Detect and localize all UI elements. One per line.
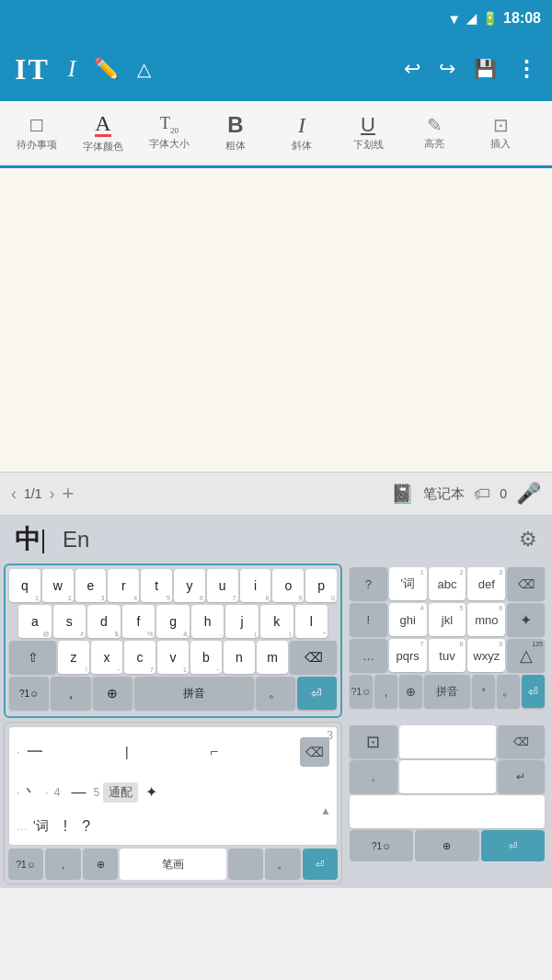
key-e[interactable]: e3 [75, 569, 107, 602]
prev-page-button[interactable]: ‹ [11, 484, 17, 504]
text-style-italic[interactable]: I [68, 55, 76, 83]
key-q[interactable]: q1 [9, 569, 40, 602]
key-t[interactable]: t5 [141, 569, 172, 602]
key-r[interactable]: r4 [108, 569, 139, 602]
key-m[interactable]: m [257, 641, 288, 674]
stroke-bihuan[interactable]: 笔画 [120, 849, 225, 880]
key-globe[interactable]: ⊕ [93, 677, 132, 710]
format-insert[interactable]: ⊡ 插入 [467, 106, 534, 161]
format-fontcolor[interactable]: A 字体颜色 [70, 106, 136, 161]
key-o[interactable]: o9 [272, 569, 304, 602]
key-l[interactable]: l* [295, 605, 328, 638]
rkey-up[interactable]: 125△ [507, 639, 545, 672]
format-todo[interactable]: □ 待办事项 [4, 106, 70, 161]
key-h[interactable]: h- [191, 605, 224, 638]
rkey-pinyin[interactable]: 拼音 [424, 675, 470, 708]
key-pinyin[interactable]: 拼音 [134, 677, 254, 710]
stroke-del[interactable]: ⌫ [300, 737, 329, 767]
more-icon[interactable]: ⋮ [515, 56, 537, 82]
notebook-label[interactable]: 笔记本 [423, 485, 465, 503]
key-k[interactable]: k) [260, 605, 293, 638]
rkey-period2[interactable]: 。 [497, 675, 520, 708]
t9-globe2[interactable]: ⊕ [415, 830, 478, 861]
t9-del2[interactable]: ⌫ [498, 725, 546, 758]
key-g[interactable]: g& [156, 605, 190, 638]
key-f[interactable]: f% [122, 605, 155, 638]
rkey-globe2[interactable]: ⊕ [399, 675, 422, 708]
stroke-enter[interactable]: ⏎ [303, 849, 338, 880]
key-b[interactable]: b~ [190, 641, 222, 674]
stroke-8[interactable] [228, 849, 263, 880]
key-a[interactable]: a@ [18, 605, 52, 638]
format-bold[interactable]: B 粗体 [202, 106, 269, 161]
format-highlight[interactable]: ✎ 高亮 [401, 106, 467, 161]
mic-icon[interactable]: 🎤 [516, 482, 541, 506]
key-i[interactable]: i8 [240, 569, 271, 602]
rkey-?[interactable]: ? [350, 567, 387, 600]
undo-icon[interactable]: ↩ [404, 57, 420, 81]
key-u[interactable]: u7 [207, 569, 238, 602]
key-n[interactable]: n [224, 641, 255, 674]
key-s[interactable]: s# [53, 605, 86, 638]
t9-enter2[interactable]: ⏎ [481, 830, 545, 861]
pencil-icon[interactable]: ✏️ [94, 57, 119, 81]
rkey-ghi[interactable]: ghi4 [389, 603, 427, 636]
redo-icon[interactable]: ↪ [439, 57, 455, 81]
key-period[interactable]: 。 [256, 677, 295, 710]
format-fontsize[interactable]: T20 字体大小 [136, 106, 202, 161]
key-shift[interactable]: ⇧ [9, 641, 56, 674]
key-d[interactable]: d$ [87, 605, 121, 638]
rkey-8[interactable]: ⁸ [472, 675, 495, 708]
key-sym[interactable]: ?1☺ [9, 677, 49, 710]
key-j[interactable]: j( [225, 605, 259, 638]
key-y[interactable]: y6 [174, 569, 205, 602]
rkey-ci1[interactable]: '词1 [389, 567, 427, 600]
t9-comma3[interactable]: , [350, 760, 397, 793]
rkey-wxyz[interactable]: wxyz9 [467, 639, 505, 672]
note-area[interactable] [0, 168, 552, 472]
rkey-jkl[interactable]: jkl5 [429, 603, 466, 636]
rkey-nav[interactable]: ✦ [507, 603, 545, 636]
t9-return[interactable]: ↵ [498, 760, 546, 793]
rkey-![interactable]: ! [350, 603, 387, 636]
format-italic[interactable]: I 斜体 [269, 106, 335, 161]
right-row-2: ! ghi4 jkl5 mno6 ✦ [350, 603, 545, 636]
rkey-ellipsis[interactable]: … [350, 639, 387, 672]
rkey-mno[interactable]: mno6 [467, 603, 505, 636]
key-w[interactable]: w2 [42, 569, 74, 602]
rkey-comma2[interactable]: , [374, 675, 397, 708]
next-page-button[interactable]: › [49, 484, 54, 504]
ime-settings-icon[interactable]: ⚙ [519, 528, 537, 552]
format-underline[interactable]: U 下划线 [335, 106, 401, 161]
stroke-sym[interactable]: ?1☺ [8, 849, 43, 880]
ime-en-button[interactable]: En [63, 527, 89, 553]
stroke-canvas[interactable]: · 一 | ⌐ 3 ⌫ · 丶 · 4 — 5 通配 ✦ [8, 726, 338, 846]
key-v[interactable]: v1 [157, 641, 189, 674]
key-p[interactable]: p0 [305, 569, 337, 602]
key-delete[interactable]: ⌫ [290, 641, 337, 674]
rkey-def[interactable]: def3 [467, 567, 505, 600]
text-style-it[interactable]: IT [15, 52, 50, 86]
shape-icon[interactable]: △ [137, 58, 151, 80]
stroke-comma[interactable]: , [45, 849, 80, 880]
rkey-sym2[interactable]: ?1☺ [350, 675, 373, 708]
rkey-del1[interactable]: ⌫ [507, 567, 545, 600]
stroke-period[interactable]: 。 [265, 849, 300, 880]
t9-sym[interactable]: ?1☺ [350, 830, 413, 861]
key-comma[interactable]: , [51, 677, 90, 710]
key-enter[interactable]: ⏎ [297, 677, 337, 710]
t9-expand[interactable]: ⊡ [350, 725, 397, 758]
ime-zh-button[interactable]: 中 [15, 522, 44, 557]
key-x[interactable]: x~ [91, 641, 122, 674]
save-icon[interactable]: 💾 [474, 58, 497, 80]
add-page-button[interactable]: + [62, 482, 74, 506]
qwerty-panel: q1 w2 e3 r4 t5 y6 u7 i8 o9 p0 a@ s# d$ f… [4, 564, 342, 718]
key-c[interactable]: c7 [124, 641, 155, 674]
stroke-globe[interactable]: ⊕ [83, 849, 118, 880]
rkey-pqrs[interactable]: pqrs7 [389, 639, 427, 672]
rkey-tuv[interactable]: tuv8 [429, 639, 466, 672]
rkey-enter[interactable]: ⏎ [522, 675, 545, 708]
key-z[interactable]: z! [58, 641, 89, 674]
toolbar-right: ↩ ↪ 💾 ⋮ [404, 56, 537, 82]
rkey-abc[interactable]: abc2 [429, 567, 466, 600]
